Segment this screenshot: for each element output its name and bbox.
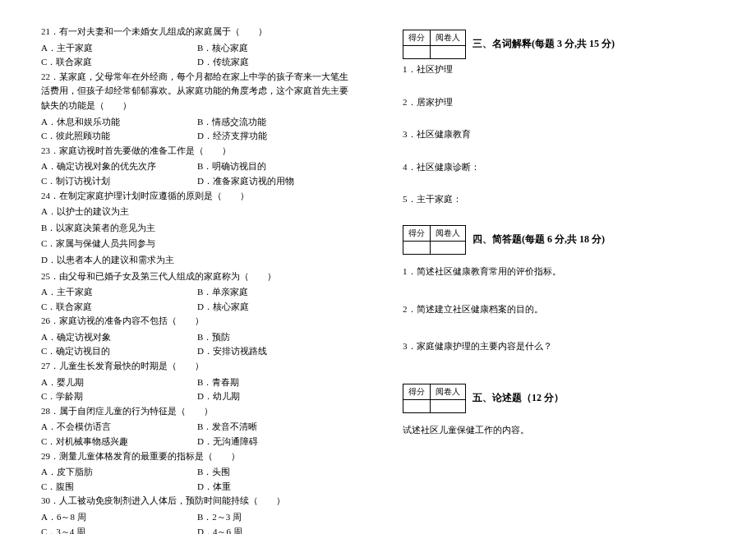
short-2: 2．简述建立社区健康档案的目的。	[403, 302, 715, 317]
term-1: 1．社区护理	[403, 62, 715, 77]
section-3-row: 得分阅卷人 三、名词解释(每题 3 分,共 15 分)	[403, 30, 715, 59]
q22-c: C．彼此照顾功能	[41, 129, 197, 144]
q27: 27．儿童生长发育最快的时期是（ ）	[41, 359, 353, 374]
term-5: 5．主干家庭：	[403, 192, 715, 207]
q25-a: A．主干家庭	[41, 285, 197, 300]
q27-c: C．学龄期	[41, 389, 197, 404]
q24-b: B．以家庭决策者的意见为主	[41, 221, 353, 236]
term-2: 2．居家护理	[403, 95, 715, 110]
q27-d: D．幼儿期	[197, 389, 353, 404]
section-4-row: 得分阅卷人 四、简答题(每题 6 分,共 18 分)	[403, 225, 715, 255]
q25-c: C．联合家庭	[41, 300, 197, 315]
score-box-4: 得分阅卷人	[403, 225, 466, 255]
q28: 28．属于自闭症儿童的行为特征是（ ）	[41, 404, 353, 419]
section-3-title: 三、名词解释(每题 3 分,共 15 分)	[472, 36, 615, 52]
q22-a: A．休息和娱乐功能	[41, 115, 197, 130]
right-column: 得分阅卷人 三、名词解释(每题 3 分,共 15 分) 1．社区护理 2．居家护…	[403, 25, 715, 534]
score-label: 得分	[403, 30, 431, 46]
q30-b: B．2～3 周	[197, 510, 353, 525]
score-label: 得分	[403, 225, 431, 241]
q30-c: C．3～4 周	[41, 525, 197, 534]
q30-a: A．6～8 周	[41, 510, 197, 525]
score-cell	[403, 399, 431, 412]
q21-d: D．传统家庭	[197, 55, 353, 70]
term-4: 4．社区健康诊断：	[403, 160, 715, 175]
q28-a: A．不会模仿语言	[41, 420, 197, 435]
short-1: 1．简述社区健康教育常用的评价指标。	[403, 265, 715, 279]
q26-c: C．确定访视目的	[41, 344, 197, 359]
q25-d: D．核心家庭	[197, 300, 353, 315]
q25: 25．由父母和已婚子女及第三代人组成的家庭称为（ ）	[41, 269, 353, 284]
q23: 23．家庭访视时首先要做的准备工作是（ ）	[41, 144, 353, 159]
q28-b: B．发音不清晰	[197, 420, 353, 435]
q27-a: A．婴儿期	[41, 375, 197, 390]
q26: 26．家庭访视的准备内容不包括（ ）	[41, 314, 353, 329]
grader-cell	[431, 241, 466, 254]
q29-d: D．体重	[197, 480, 353, 495]
score-label: 得分	[403, 384, 431, 399]
q29: 29．测量儿童体格发育的最重要的指标是（ ）	[41, 449, 353, 464]
q22-d: D．经济支撑功能	[197, 129, 353, 144]
q23-d: D．准备家庭访视的用物	[197, 174, 353, 189]
q29-a: A．皮下脂肪	[41, 465, 197, 480]
q24: 24．在制定家庭护理计划时应遵循的原则是（ ）	[41, 189, 353, 204]
q23-c: C．制订访视计划	[41, 174, 197, 189]
q23-a: A．确定访视对象的优先次序	[41, 159, 197, 174]
q21: 21．有一对夫妻和一个未婚女儿组成的家庭属于（ ）	[41, 25, 353, 39]
q29-b: B．头围	[197, 465, 353, 480]
q30: 30．人工被动免疫制剂进入人体后，预防时间能持续（ ）	[41, 494, 353, 509]
q24-c: C．家属与保健人员共同参与	[41, 237, 353, 251]
q27-b: B．青春期	[197, 375, 353, 390]
q30-d: D．4～6 周	[197, 525, 353, 534]
q25-b: B．单亲家庭	[197, 285, 353, 300]
q26-a: A．确定访视对象	[41, 330, 197, 345]
score-cell	[403, 241, 431, 254]
q21-a: A．主干家庭	[41, 41, 197, 56]
score-box-3: 得分阅卷人	[403, 30, 466, 59]
q28-c: C．对机械事物感兴趣	[41, 435, 197, 449]
short-3: 3．家庭健康护理的主要内容是什么？	[403, 339, 715, 354]
section-5-row: 得分阅卷人 五、论述题（12 分）	[403, 384, 715, 413]
term-3: 3．社区健康教育	[403, 127, 715, 142]
section-5-title: 五、论述题（12 分）	[472, 390, 564, 406]
q28-d: D．无沟通障碍	[197, 435, 353, 449]
q26-b: B．预防	[197, 330, 353, 345]
q21-b: B．核心家庭	[197, 41, 353, 56]
q26-d: D．安排访视路线	[197, 344, 353, 359]
score-cell	[403, 46, 431, 59]
section-4-title: 四、简答题(每题 6 分,共 18 分)	[472, 232, 605, 247]
grader-label: 阅卷人	[431, 30, 466, 46]
grader-cell	[431, 46, 466, 59]
q22-b: B．情感交流功能	[197, 115, 353, 130]
q24-a: A．以护士的建议为主	[41, 205, 353, 219]
grader-label: 阅卷人	[431, 225, 466, 241]
grader-label: 阅卷人	[431, 384, 466, 399]
essay-1: 试述社区儿童保健工作的内容。	[403, 423, 715, 438]
q22: 22．某家庭，父母常年在外经商，每个月都给在家上中学的孩子寄来一大笔生活费用，但…	[41, 70, 353, 113]
left-column: 21．有一对夫妻和一个未婚女儿组成的家庭属于（ ） A．主干家庭B．核心家庭 C…	[41, 25, 353, 534]
q23-b: B．明确访视目的	[197, 159, 353, 174]
q24-d: D．以患者本人的建议和需求为主	[41, 253, 353, 268]
q29-c: C．腹围	[41, 480, 197, 495]
grader-cell	[431, 399, 466, 412]
score-box-5: 得分阅卷人	[403, 384, 466, 413]
q21-c: C．联合家庭	[41, 55, 197, 70]
